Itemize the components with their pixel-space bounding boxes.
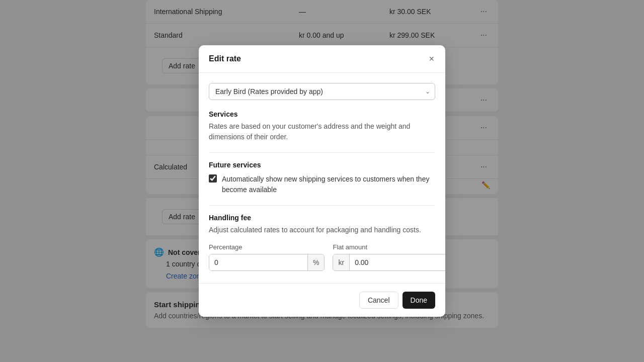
percentage-label: Percentage bbox=[209, 243, 325, 251]
flat-amount-prefix: kr bbox=[333, 254, 350, 270]
rate-select-wrapper: Early Bird (Rates provided by app) ⌄ bbox=[209, 83, 435, 100]
modal-close-button[interactable]: × bbox=[428, 53, 435, 64]
future-services-section: Future services Automatically show new s… bbox=[209, 161, 435, 195]
services-section: Services Rates are based on your custome… bbox=[209, 110, 435, 142]
flat-amount-field: Flat amount kr bbox=[333, 243, 445, 271]
future-services-checkbox-row: Automatically show new shipping services… bbox=[209, 174, 435, 195]
percentage-input[interactable] bbox=[209, 254, 307, 270]
percentage-input-wrapper: % bbox=[209, 254, 325, 271]
flat-amount-input-wrapper: kr bbox=[333, 254, 445, 271]
modal-footer: Cancel Done bbox=[199, 283, 445, 317]
handling-fee-title: Handling fee bbox=[209, 214, 435, 222]
rate-select[interactable]: Early Bird (Rates provided by app) bbox=[209, 83, 435, 100]
auto-show-services-checkbox[interactable] bbox=[209, 174, 217, 183]
cancel-button[interactable]: Cancel bbox=[359, 292, 398, 309]
percentage-field: Percentage % bbox=[209, 243, 325, 271]
auto-show-services-label: Automatically show new shipping services… bbox=[222, 174, 435, 195]
done-button[interactable]: Done bbox=[403, 292, 435, 309]
flat-amount-label: Flat amount bbox=[333, 243, 445, 251]
divider-2 bbox=[209, 205, 435, 206]
modal-title: Edit rate bbox=[209, 54, 241, 63]
services-title: Services bbox=[209, 110, 435, 118]
percentage-addon: % bbox=[307, 254, 324, 270]
handling-fee-description: Adjust calculated rates to account for p… bbox=[209, 225, 435, 235]
modal-body: Early Bird (Rates provided by app) ⌄ Ser… bbox=[199, 73, 445, 283]
modal-header: Edit rate × bbox=[199, 45, 445, 73]
future-services-title: Future services bbox=[209, 161, 435, 169]
modal-overlay: Edit rate × Early Bird (Rates provided b… bbox=[0, 0, 644, 362]
services-description: Rates are based on your customer's addre… bbox=[209, 121, 435, 142]
edit-rate-modal: Edit rate × Early Bird (Rates provided b… bbox=[199, 45, 445, 317]
divider-1 bbox=[209, 152, 435, 153]
flat-amount-input[interactable] bbox=[350, 254, 445, 270]
handling-fee-section: Handling fee Adjust calculated rates to … bbox=[209, 214, 435, 271]
fee-inputs-row: Percentage % Flat amount kr bbox=[209, 243, 435, 271]
